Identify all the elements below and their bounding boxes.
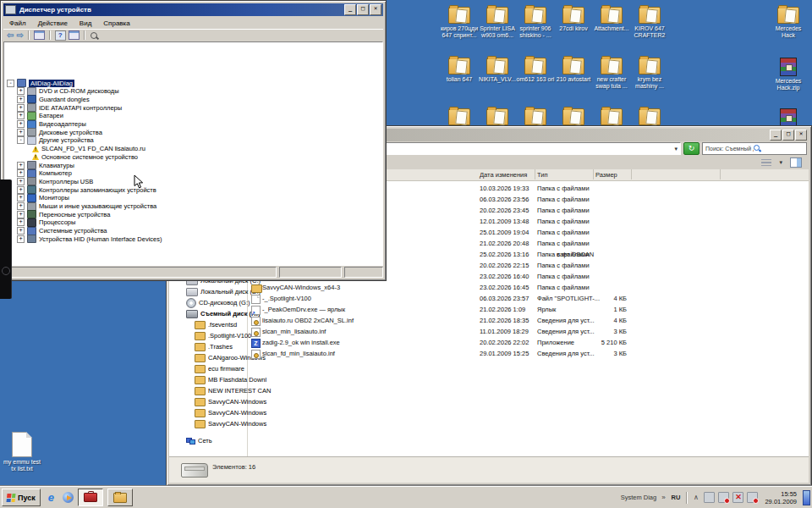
desktop[interactable]: киров 270цди 647 спринт...Sprinter LISA … xyxy=(0,0,812,508)
nav-item[interactable]: .Trashes xyxy=(195,342,233,351)
tree-expander[interactable]: + xyxy=(17,104,25,112)
maximize-button[interactable]: □ xyxy=(357,4,369,15)
tree-expander[interactable]: + xyxy=(17,211,25,218)
nav-item[interactable]: CD-дисковод (G:) xyxy=(186,298,250,307)
back-arrow-icon[interactable]: ⇦ xyxy=(7,31,14,40)
tree-expander[interactable]: + xyxy=(17,235,25,243)
tree-item[interactable]: SLCAN_FD_V1 FD_CAN lisaiauto.ru xyxy=(32,145,145,153)
tree-expander[interactable]: + xyxy=(17,112,25,119)
change-view-icon[interactable] xyxy=(761,159,771,167)
forward-arrow-icon[interactable]: ⇨ xyxy=(16,31,23,40)
menu-item-справка[interactable]: Справка xyxy=(97,18,135,29)
desktop-icon[interactable]: Mercedes Hack xyxy=(769,7,808,39)
tree-item[interactable]: +IDE ATA/ATAPI контроллеры xyxy=(17,103,122,112)
file-row[interactable]: SavvyCAN-Windows_x64-323.02.2026 16:45Па… xyxy=(248,282,809,293)
tree-item[interactable]: +Устройства HID (Human Interface Devices… xyxy=(17,235,162,243)
view-dropdown-icon[interactable]: ▾ xyxy=(776,159,785,166)
file-row[interactable]: slcan_fd_min_lisaiauto.inf29.01.2009 15:… xyxy=(248,348,809,359)
desktop-icon[interactable]: Mercedes Hack.zip xyxy=(769,58,808,91)
file-row[interactable]: Zzadig-2.9_ok win install.exe20.02.2026 … xyxy=(248,337,809,348)
audio-error-icon[interactable] xyxy=(718,492,729,503)
toolbar-overflow-chevron[interactable]: » xyxy=(661,494,665,501)
minimize-button[interactable]: _ xyxy=(770,130,782,141)
nav-item[interactable]: SavvyCAN-Windows xyxy=(195,408,266,417)
tree-expander[interactable]: - xyxy=(7,80,14,87)
device-tray-icon[interactable] xyxy=(704,492,715,503)
file-row[interactable]: -_.Spotlight-V10006.03.2026 23:57Файл "S… xyxy=(248,293,809,304)
show-window-icon[interactable] xyxy=(34,30,45,40)
nav-item[interactable]: .Spotlight-V100 xyxy=(195,331,251,340)
nav-item[interactable]: .fseventsd xyxy=(195,320,237,329)
tree-item[interactable]: +DVD и CD-ROM дисководы xyxy=(17,87,119,96)
desktop-icon[interactable]: new crafter swap tula ... xyxy=(592,58,631,90)
tree-item[interactable]: +Контроллеры USB xyxy=(17,177,93,185)
tree-expander[interactable]: + xyxy=(17,120,25,128)
desktop-icon[interactable] xyxy=(554,108,593,125)
tree-item[interactable]: Основное системное устройство xyxy=(32,152,138,161)
nav-item[interactable]: SavvyCAN-Windows xyxy=(195,419,266,428)
desktop-icon[interactable]: om612 163 ori xyxy=(516,58,555,83)
internet-explorer-icon[interactable]: e xyxy=(48,492,54,503)
tree-expander[interactable]: + xyxy=(17,162,25,169)
desktop-icon[interactable]: tolian 647 xyxy=(440,58,479,83)
tree-item[interactable]: +Системные устройства xyxy=(17,227,107,235)
chevron-down-icon[interactable]: ▾ xyxy=(672,146,680,152)
tree-expander[interactable]: + xyxy=(17,186,25,194)
tree-expander[interactable]: + xyxy=(17,87,25,95)
taskbar-button-toolbox[interactable] xyxy=(78,489,103,506)
menu-item-вид[interactable]: Вид xyxy=(74,18,97,29)
desktop-icon[interactable]: Sprinter LISA w903 om6... xyxy=(478,7,517,39)
desktop-icon[interactable]: krym bez mashiny ... xyxy=(630,58,669,90)
tree-expander[interactable]: + xyxy=(17,218,25,226)
tree-item[interactable]: +Дисковые устройства xyxy=(17,128,102,136)
tree-item[interactable]: +Мониторы xyxy=(17,194,69,202)
tree-item[interactable]: -AllDiag-AllDiag xyxy=(7,79,74,87)
tree-item[interactable]: +Мыши и иные указывающие устройства xyxy=(17,202,156,211)
column-type[interactable]: Тип xyxy=(535,169,594,179)
nav-item[interactable]: NEW INTEREST CAN xyxy=(195,386,271,395)
show-desktop-button[interactable] xyxy=(803,490,810,505)
menu-item-действие[interactable]: Действие xyxy=(32,18,74,29)
clock[interactable]: 15:55 29.01.2009 xyxy=(765,490,797,505)
desktop-icon[interactable]: Attachment... xyxy=(592,7,631,32)
desktop-icon[interactable]: KIROV 647 CRAFTER2 xyxy=(630,7,669,39)
close-button[interactable]: ✕ xyxy=(795,130,807,141)
tree-item[interactable]: +Компьютер xyxy=(17,169,72,178)
tree-item[interactable]: +Guardant dongles xyxy=(17,95,90,103)
refresh-button[interactable]: ↻ xyxy=(683,142,700,155)
file-row[interactable]: -_PeakOemDrv.exe — ярлык21.02.2026 1:09Я… xyxy=(248,304,809,315)
taskbar[interactable]: Пуск e System Diag » RU ∧ ✕ 15:55 29.01.… xyxy=(0,486,812,508)
column-date[interactable]: Дата изменения xyxy=(477,169,535,179)
tree-item[interactable]: +Процессоры xyxy=(17,218,75,227)
network-error-icon[interactable]: ✕ xyxy=(732,492,743,503)
side-widget[interactable] xyxy=(0,179,12,299)
desktop-icon[interactable] xyxy=(630,108,669,125)
tree-expander[interactable]: + xyxy=(17,96,25,103)
search-icon[interactable] xyxy=(754,145,804,152)
tree-expander[interactable]: + xyxy=(17,227,25,235)
tree-expander[interactable]: + xyxy=(17,202,25,210)
usb-error-icon[interactable] xyxy=(747,492,758,503)
preview-pane-icon[interactable] xyxy=(790,157,802,168)
desktop-icon[interactable] xyxy=(592,108,631,125)
device-manager-window[interactable]: Диспетчер устройств _ □ ✕ ФайлДействиеВи… xyxy=(0,0,387,281)
desktop-icon[interactable] xyxy=(516,108,555,125)
scan-hardware-icon[interactable] xyxy=(90,31,99,40)
file-row[interactable]: lisaiauto.ru OBD2 2xCAN_SL.inf21.02.2026… xyxy=(248,315,809,326)
column-size[interactable]: Размер xyxy=(593,169,632,179)
tree-item[interactable]: +Батареи xyxy=(17,112,63,120)
desktop-icon[interactable]: NIKITA_VLV... xyxy=(478,58,517,83)
close-button[interactable]: ✕ xyxy=(370,4,381,15)
tree-expander[interactable]: + xyxy=(17,178,25,185)
taskbar-button-explorer[interactable] xyxy=(107,489,133,506)
tree-item[interactable]: +Переносные устройства xyxy=(17,210,110,218)
desktop-icon[interactable] xyxy=(769,108,808,127)
file-row[interactable]: slcan_min_lisaiauto.inf11.01.2009 18:29С… xyxy=(248,326,809,337)
menu-item-файл[interactable]: Файл xyxy=(3,18,32,29)
desktop-icon[interactable] xyxy=(440,108,479,125)
tree-expander[interactable]: + xyxy=(17,194,25,202)
desktop-icon[interactable]: 27cdi kirov xyxy=(554,7,593,32)
window-list-icon[interactable] xyxy=(69,30,80,40)
tree-item[interactable]: +Клавиатуры xyxy=(17,161,74,169)
tree-expander[interactable]: + xyxy=(17,169,25,177)
